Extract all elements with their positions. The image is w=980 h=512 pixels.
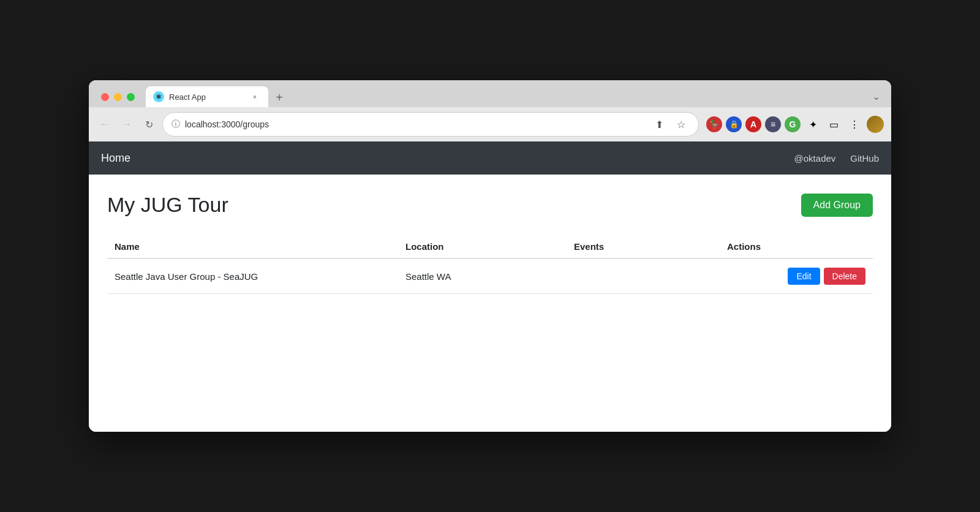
toolbar-icons: 🦆 🔒 A ≡ G ✦ ▭ ⋮ (706, 116, 884, 133)
app-root: Home @oktadev GitHub My JUG Tour Add Gro… (89, 141, 891, 432)
puzzle-ext-icon[interactable]: ✦ (804, 116, 821, 133)
sidebar-icon[interactable]: ▭ (825, 116, 842, 133)
more-menu-icon[interactable]: ⋮ (846, 116, 863, 133)
browser-window: ⚛ React App × + ⌄ ← → ↻ ⓘ localhost:3000… (89, 80, 891, 432)
app-content: My JUG Tour Add Group Name Location Even… (89, 175, 891, 432)
tab-area: ⚛ React App × + (143, 86, 870, 107)
a-ext-icon[interactable]: A (745, 116, 761, 132)
traffic-lights (95, 93, 141, 107)
address-url: localhost:3000/groups (185, 119, 646, 129)
cell-group-name: Seattle Java User Group - SeaJUG (107, 258, 398, 294)
app-navbar: Home @oktadev GitHub (89, 141, 891, 175)
reload-button[interactable]: ↻ (140, 116, 157, 133)
table-head: Name Location Events Actions (107, 235, 873, 258)
groups-table: Name Location Events Actions Seattle Jav… (107, 235, 873, 294)
duckduckgo-ext-icon[interactable]: 🦆 (706, 116, 722, 132)
traffic-light-fullscreen[interactable] (127, 93, 135, 101)
tab-favicon: ⚛ (153, 91, 164, 102)
grammarly-ext-icon[interactable]: G (785, 116, 801, 132)
tab-title: React App (169, 92, 245, 102)
tab-close-button[interactable]: × (250, 92, 260, 102)
back-button[interactable]: ← (96, 116, 113, 133)
address-bar-row: ← → ↻ ⓘ localhost:3000/groups ⬆ ☆ 🦆 🔒 A … (89, 107, 891, 141)
nav-oktadev-link[interactable]: @oktadev (794, 153, 836, 164)
table-header-row: Name Location Events Actions (107, 235, 873, 258)
add-group-button[interactable]: Add Group (801, 194, 873, 217)
action-buttons: Edit Delete (727, 268, 865, 285)
traffic-light-close[interactable] (101, 93, 109, 101)
share-icon[interactable]: ⬆ (650, 116, 668, 133)
address-info-icon: ⓘ (172, 119, 180, 130)
nav-links: @oktadev GitHub (794, 153, 879, 164)
tab-bar: ⚛ React App × + ⌄ (89, 80, 891, 107)
col-header-location: Location (398, 235, 567, 258)
tab-dropdown-button[interactable]: ⌄ (872, 91, 880, 102)
delete-button[interactable]: Delete (824, 268, 865, 285)
stack-ext-icon[interactable]: ≡ (765, 116, 781, 132)
page-header: My JUG Tour Add Group (107, 193, 873, 217)
nav-github-link[interactable]: GitHub (850, 153, 879, 164)
cell-group-actions: Edit Delete (720, 258, 873, 294)
cell-group-events (567, 258, 720, 294)
browser-chrome: ⚛ React App × + ⌄ ← → ↻ ⓘ localhost:3000… (89, 80, 891, 141)
privacy-ext-icon[interactable]: 🔒 (726, 116, 742, 132)
user-avatar[interactable] (867, 116, 884, 133)
cell-group-location: Seattle WA (398, 258, 567, 294)
table-body: Seattle Java User Group - SeaJUG Seattle… (107, 258, 873, 294)
forward-button[interactable]: → (118, 116, 135, 133)
col-header-events: Events (567, 235, 720, 258)
active-tab[interactable]: ⚛ React App × (146, 86, 268, 107)
col-header-name: Name (107, 235, 398, 258)
edit-button[interactable]: Edit (788, 268, 820, 285)
page-title: My JUG Tour (107, 193, 228, 217)
new-tab-button[interactable]: + (271, 89, 288, 106)
address-field[interactable]: ⓘ localhost:3000/groups ⬆ ☆ (162, 112, 699, 137)
table-row: Seattle Java User Group - SeaJUG Seattle… (107, 258, 873, 294)
col-header-actions: Actions (720, 235, 873, 258)
bookmark-icon[interactable]: ☆ (673, 116, 690, 133)
nav-home-link[interactable]: Home (101, 152, 130, 165)
traffic-light-minimize[interactable] (114, 93, 122, 101)
